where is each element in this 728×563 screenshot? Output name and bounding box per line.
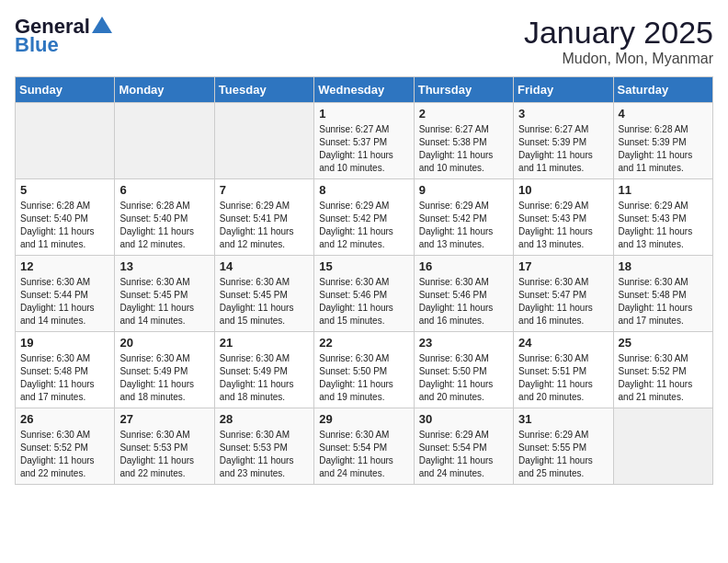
day-info: Sunrise: 6:30 AMSunset: 5:52 PMDaylight:… <box>20 429 109 480</box>
calendar-cell: 16Sunrise: 6:30 AMSunset: 5:46 PMDayligh… <box>414 256 513 332</box>
day-number: 22 <box>319 336 408 350</box>
day-info: Sunrise: 6:30 AMSunset: 5:53 PMDaylight:… <box>220 429 309 480</box>
day-info: Sunrise: 6:29 AMSunset: 5:41 PMDaylight:… <box>220 200 309 251</box>
weekday-header-saturday: Saturday <box>613 77 712 103</box>
weekday-header-friday: Friday <box>514 77 613 103</box>
calendar-cell: 26Sunrise: 6:30 AMSunset: 5:52 PMDayligh… <box>16 408 115 485</box>
title-block: January 2025 Mudon, Mon, Myanmar <box>524 15 713 67</box>
day-number: 12 <box>20 259 109 273</box>
calendar-body: 1Sunrise: 6:27 AMSunset: 5:37 PMDaylight… <box>16 103 713 485</box>
day-number: 27 <box>119 412 209 426</box>
calendar-cell: 4Sunrise: 6:28 AMSunset: 5:39 PMDaylight… <box>613 103 712 179</box>
calendar-cell: 8Sunrise: 6:29 AMSunset: 5:42 PMDaylight… <box>314 179 414 256</box>
day-info: Sunrise: 6:30 AMSunset: 5:52 PMDaylight:… <box>619 352 708 404</box>
day-number: 15 <box>319 259 408 273</box>
day-info: Sunrise: 6:30 AMSunset: 5:44 PMDaylight:… <box>20 276 109 327</box>
calendar-cell: 1Sunrise: 6:27 AMSunset: 5:37 PMDaylight… <box>314 103 414 179</box>
day-info: Sunrise: 6:28 AMSunset: 5:40 PMDaylight:… <box>20 200 109 251</box>
day-info: Sunrise: 6:29 AMSunset: 5:43 PMDaylight:… <box>619 200 708 251</box>
day-number: 30 <box>419 412 508 426</box>
day-info: Sunrise: 6:30 AMSunset: 5:46 PMDaylight:… <box>319 276 408 327</box>
day-number: 10 <box>518 183 608 197</box>
calendar-cell: 18Sunrise: 6:30 AMSunset: 5:48 PMDayligh… <box>613 256 712 332</box>
calendar-cell: 22Sunrise: 6:30 AMSunset: 5:50 PMDayligh… <box>314 332 414 408</box>
day-info: Sunrise: 6:30 AMSunset: 5:49 PMDaylight:… <box>119 352 209 404</box>
day-number: 28 <box>220 412 309 426</box>
day-number: 9 <box>419 183 508 197</box>
calendar-cell: 25Sunrise: 6:30 AMSunset: 5:52 PMDayligh… <box>613 332 712 408</box>
day-info: Sunrise: 6:29 AMSunset: 5:42 PMDaylight:… <box>319 200 408 251</box>
calendar-cell: 21Sunrise: 6:30 AMSunset: 5:49 PMDayligh… <box>214 332 313 408</box>
day-number: 14 <box>220 259 309 273</box>
day-number: 26 <box>20 412 109 426</box>
weekday-header-wednesday: Wednesday <box>314 77 414 103</box>
calendar-cell: 28Sunrise: 6:30 AMSunset: 5:53 PMDayligh… <box>214 408 313 485</box>
calendar-cell: 24Sunrise: 6:30 AMSunset: 5:51 PMDayligh… <box>514 332 613 408</box>
calendar-cell <box>613 408 712 485</box>
day-number: 31 <box>518 412 608 426</box>
day-info: Sunrise: 6:30 AMSunset: 5:46 PMDaylight:… <box>419 276 508 327</box>
logo: General Blue <box>15 15 112 57</box>
day-info: Sunrise: 6:27 AMSunset: 5:38 PMDaylight:… <box>419 123 508 175</box>
calendar-week-1: 1Sunrise: 6:27 AMSunset: 5:37 PMDaylight… <box>16 103 713 179</box>
weekday-header-tuesday: Tuesday <box>214 77 313 103</box>
day-info: Sunrise: 6:30 AMSunset: 5:45 PMDaylight:… <box>220 276 309 327</box>
calendar-cell: 9Sunrise: 6:29 AMSunset: 5:42 PMDaylight… <box>414 179 513 256</box>
day-info: Sunrise: 6:30 AMSunset: 5:53 PMDaylight:… <box>119 429 209 480</box>
calendar-week-5: 26Sunrise: 6:30 AMSunset: 5:52 PMDayligh… <box>16 408 713 485</box>
calendar-cell: 31Sunrise: 6:29 AMSunset: 5:55 PMDayligh… <box>514 408 613 485</box>
day-info: Sunrise: 6:30 AMSunset: 5:48 PMDaylight:… <box>619 276 708 327</box>
calendar-cell: 12Sunrise: 6:30 AMSunset: 5:44 PMDayligh… <box>16 256 115 332</box>
day-info: Sunrise: 6:28 AMSunset: 5:39 PMDaylight:… <box>619 123 708 175</box>
day-number: 2 <box>419 107 508 121</box>
day-info: Sunrise: 6:30 AMSunset: 5:51 PMDaylight:… <box>518 352 608 404</box>
calendar-cell: 5Sunrise: 6:28 AMSunset: 5:40 PMDaylight… <box>16 179 115 256</box>
calendar-week-4: 19Sunrise: 6:30 AMSunset: 5:48 PMDayligh… <box>16 332 713 408</box>
calendar-title: January 2025 <box>524 15 713 51</box>
calendar-week-2: 5Sunrise: 6:28 AMSunset: 5:40 PMDaylight… <box>16 179 713 256</box>
weekday-header-thursday: Thursday <box>414 77 513 103</box>
day-info: Sunrise: 6:30 AMSunset: 5:45 PMDaylight:… <box>119 276 209 327</box>
day-number: 25 <box>619 336 708 350</box>
day-number: 21 <box>220 336 309 350</box>
calendar-cell: 11Sunrise: 6:29 AMSunset: 5:43 PMDayligh… <box>613 179 712 256</box>
calendar-subtitle: Mudon, Mon, Myanmar <box>524 51 713 67</box>
day-number: 3 <box>518 107 608 121</box>
day-number: 17 <box>518 259 608 273</box>
day-number: 18 <box>619 259 708 273</box>
calendar-cell: 17Sunrise: 6:30 AMSunset: 5:47 PMDayligh… <box>514 256 613 332</box>
calendar-cell: 29Sunrise: 6:30 AMSunset: 5:54 PMDayligh… <box>314 408 414 485</box>
day-number: 11 <box>619 183 708 197</box>
calendar-cell: 20Sunrise: 6:30 AMSunset: 5:49 PMDayligh… <box>115 332 214 408</box>
day-number: 16 <box>419 259 508 273</box>
day-info: Sunrise: 6:29 AMSunset: 5:42 PMDaylight:… <box>419 200 508 251</box>
day-number: 8 <box>319 183 408 197</box>
day-info: Sunrise: 6:30 AMSunset: 5:50 PMDaylight:… <box>319 352 408 404</box>
calendar-cell <box>214 103 313 179</box>
calendar-cell: 6Sunrise: 6:28 AMSunset: 5:40 PMDaylight… <box>115 179 214 256</box>
page-header: General Blue January 2025 Mudon, Mon, My… <box>15 15 713 67</box>
day-info: Sunrise: 6:30 AMSunset: 5:47 PMDaylight:… <box>518 276 608 327</box>
calendar-cell: 10Sunrise: 6:29 AMSunset: 5:43 PMDayligh… <box>514 179 613 256</box>
day-info: Sunrise: 6:30 AMSunset: 5:49 PMDaylight:… <box>220 352 309 404</box>
day-info: Sunrise: 6:27 AMSunset: 5:39 PMDaylight:… <box>518 123 608 175</box>
day-number: 23 <box>419 336 508 350</box>
calendar-cell: 14Sunrise: 6:30 AMSunset: 5:45 PMDayligh… <box>214 256 313 332</box>
calendar-cell: 23Sunrise: 6:30 AMSunset: 5:50 PMDayligh… <box>414 332 513 408</box>
calendar-cell: 7Sunrise: 6:29 AMSunset: 5:41 PMDaylight… <box>214 179 313 256</box>
day-number: 29 <box>319 412 408 426</box>
calendar-cell <box>115 103 214 179</box>
weekday-header-sunday: Sunday <box>16 77 115 103</box>
svg-marker-0 <box>92 17 112 33</box>
weekday-header-row: SundayMondayTuesdayWednesdayThursdayFrid… <box>16 77 713 103</box>
day-info: Sunrise: 6:29 AMSunset: 5:54 PMDaylight:… <box>419 429 508 480</box>
day-number: 4 <box>619 107 708 121</box>
day-number: 1 <box>319 107 408 121</box>
day-number: 13 <box>119 259 209 273</box>
logo-blue: Blue <box>15 33 59 57</box>
day-number: 5 <box>20 183 109 197</box>
day-number: 20 <box>119 336 209 350</box>
day-number: 24 <box>518 336 608 350</box>
day-number: 19 <box>20 336 109 350</box>
day-info: Sunrise: 6:29 AMSunset: 5:55 PMDaylight:… <box>518 429 608 480</box>
